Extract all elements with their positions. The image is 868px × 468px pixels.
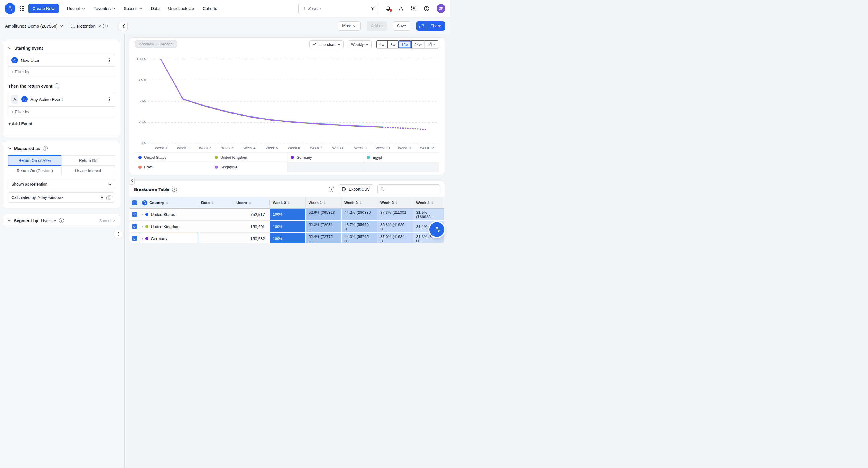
info-icon[interactable]: i bbox=[55, 84, 59, 88]
legend-item-singapore[interactable]: Singapore bbox=[211, 162, 287, 172]
week-0-cell[interactable]: 100% bbox=[270, 221, 305, 233]
info-icon[interactable]: i bbox=[59, 218, 64, 223]
nav-item-favorites[interactable]: Favorites bbox=[94, 6, 115, 11]
table-search[interactable] bbox=[377, 184, 440, 194]
nav-item-recent[interactable]: Recent bbox=[67, 6, 85, 11]
nav-item-user-look-up[interactable]: User Look-Up bbox=[168, 6, 194, 11]
measured-as-header[interactable]: Measured as i bbox=[3, 142, 120, 152]
event-letter-chip: A bbox=[11, 95, 19, 103]
info-icon[interactable]: i bbox=[329, 187, 334, 192]
info-icon[interactable]: i bbox=[172, 187, 177, 192]
select-region-icon[interactable] bbox=[411, 6, 416, 11]
legend-item-brazil[interactable]: Brazil bbox=[135, 162, 211, 172]
legend-item-united-states[interactable]: United States bbox=[135, 152, 211, 162]
nav-item-cohorts[interactable]: Cohorts bbox=[203, 6, 217, 11]
event-options-icon[interactable] bbox=[107, 96, 112, 102]
measure-option-usage-interval[interactable]: Usage Interval bbox=[61, 165, 115, 176]
legend-item-germany[interactable]: Germany bbox=[287, 152, 363, 162]
notifications-bell-icon[interactable] bbox=[385, 6, 391, 11]
week-0-cell[interactable]: 100% bbox=[270, 209, 305, 221]
column-header-week-4[interactable]: Week 4 bbox=[413, 197, 444, 208]
week-2-cell[interactable]: 44.0% (55765 U... bbox=[341, 233, 377, 243]
user-avatar[interactable]: DP bbox=[437, 4, 445, 13]
country-cell[interactable]: ›United Kingdom bbox=[139, 221, 198, 233]
shown-as-dropdown[interactable]: Shown as Retention bbox=[8, 179, 115, 189]
nav-item-data[interactable]: Data bbox=[151, 6, 160, 11]
add-to-button[interactable]: Add to bbox=[367, 21, 386, 31]
column-header-week-3[interactable]: Week 3 bbox=[377, 197, 413, 208]
amplitude-assistant-fab[interactable] bbox=[429, 222, 444, 237]
starting-event-header[interactable]: Starting event bbox=[3, 40, 120, 54]
measure-option-return-on-or-after[interactable]: Return On or After bbox=[8, 155, 61, 165]
export-csv-button[interactable]: Export CSV bbox=[338, 184, 373, 194]
chart-prev-page-button[interactable] bbox=[130, 177, 135, 185]
pathfinder-icon[interactable] bbox=[398, 6, 404, 11]
measure-option-return-on-custom-[interactable]: Return On (Custom) bbox=[8, 165, 61, 176]
country-cell[interactable]: ›United States bbox=[139, 209, 198, 221]
more-button[interactable]: More bbox=[338, 21, 361, 31]
column-header-week-0[interactable]: Week 0 bbox=[270, 197, 305, 208]
row-checkbox[interactable] bbox=[132, 212, 137, 217]
filter-by-button[interactable]: + Filter by bbox=[8, 66, 115, 77]
top-navbar: Create New RecentFavoritesSpacesDataUser… bbox=[0, 0, 450, 17]
week-2-cell[interactable]: 44.2% (280830 ... bbox=[341, 209, 377, 221]
legend-item-egypt[interactable]: Egypt bbox=[363, 152, 439, 162]
retention-line-chart[interactable]: 100%75%50%25%0%Week 0Week 1Week 2Week 3W… bbox=[130, 46, 445, 160]
info-icon[interactable]: i bbox=[103, 24, 107, 28]
column-header-users[interactable]: Users bbox=[234, 197, 270, 208]
amplitude-logo-icon[interactable] bbox=[5, 3, 16, 14]
column-header-country[interactable]: Country bbox=[139, 197, 198, 208]
week-1-cell[interactable]: 52.3% (72981 U... bbox=[305, 221, 341, 233]
segment-users-dropdown[interactable]: Users bbox=[41, 218, 56, 223]
row-checkbox[interactable] bbox=[132, 224, 137, 229]
svg-text:?: ? bbox=[426, 7, 427, 10]
legend-color-dot bbox=[215, 165, 218, 169]
week-3-cell[interactable]: 37.0% (41634 U... bbox=[377, 233, 413, 243]
column-header-date[interactable]: Date bbox=[198, 197, 234, 208]
week-3-cell[interactable]: 36.8% (41626 U... bbox=[377, 221, 413, 233]
filter-by-button[interactable]: + Filter by bbox=[8, 106, 115, 117]
expand-row-icon[interactable]: › bbox=[142, 213, 143, 216]
search-input[interactable] bbox=[308, 6, 368, 11]
measure-option-return-on[interactable]: Return On bbox=[61, 155, 115, 165]
app-launcher-icon[interactable] bbox=[20, 6, 24, 11]
expand-row-icon[interactable]: › bbox=[142, 237, 143, 241]
project-selector[interactable]: Amplitunes Demo (287960) bbox=[5, 24, 63, 28]
add-event-button[interactable]: + Add Event bbox=[8, 121, 115, 126]
date-cell bbox=[198, 221, 234, 233]
return-event-row[interactable]: A Any Active Event bbox=[8, 92, 115, 106]
filter-funnel-icon[interactable] bbox=[371, 6, 375, 11]
week-3-cell[interactable]: 37.3% (211001 ... bbox=[377, 209, 413, 221]
info-icon[interactable]: i bbox=[43, 146, 48, 151]
saved-dropdown[interactable]: Saved bbox=[99, 218, 115, 223]
create-new-button[interactable]: Create New bbox=[28, 4, 59, 13]
week-1-cell[interactable]: 52.4% (72775 U... bbox=[305, 233, 341, 243]
starting-event-row[interactable]: New User bbox=[8, 54, 115, 66]
collapse-panel-button[interactable] bbox=[119, 22, 128, 31]
share-button[interactable]: Share bbox=[427, 21, 445, 31]
analysis-type-selector[interactable]: Retention i bbox=[70, 24, 107, 28]
week-2-cell[interactable]: 43.7% (55659 U... bbox=[341, 221, 377, 233]
week-1-cell[interactable]: 52.6% (365328 ... bbox=[305, 209, 341, 221]
select-all-checkbox[interactable] bbox=[132, 200, 137, 205]
nav-item-spaces[interactable]: Spaces bbox=[124, 6, 142, 11]
expand-row-icon[interactable]: › bbox=[142, 225, 143, 228]
column-header-week-2[interactable]: Week 2 bbox=[341, 197, 377, 208]
table-search-input[interactable] bbox=[384, 187, 437, 191]
global-search[interactable] bbox=[298, 3, 378, 14]
week-4-cell[interactable]: 31.5% (160038 ... bbox=[413, 209, 444, 221]
info-icon[interactable]: i bbox=[106, 195, 112, 200]
nav-item-label: Data bbox=[151, 6, 160, 11]
column-header-week-1[interactable]: Week 1 bbox=[305, 197, 341, 208]
copy-link-button[interactable] bbox=[416, 21, 427, 31]
nav-items: RecentFavoritesSpacesDataUser Look-UpCoh… bbox=[67, 6, 217, 11]
country-cell[interactable]: ›Germany bbox=[139, 233, 198, 243]
help-icon[interactable]: ? bbox=[424, 6, 429, 11]
panel-options-button[interactable] bbox=[114, 229, 122, 239]
row-checkbox[interactable] bbox=[132, 236, 137, 241]
legend-item-united-kingdom[interactable]: United Kingdom bbox=[211, 152, 287, 162]
save-button[interactable]: Save bbox=[393, 21, 410, 31]
event-options-icon[interactable] bbox=[107, 57, 112, 63]
week-0-cell[interactable]: 100% bbox=[270, 233, 305, 243]
calculated-by-dropdown[interactable]: Calculated by 7-day windows i bbox=[8, 192, 115, 202]
